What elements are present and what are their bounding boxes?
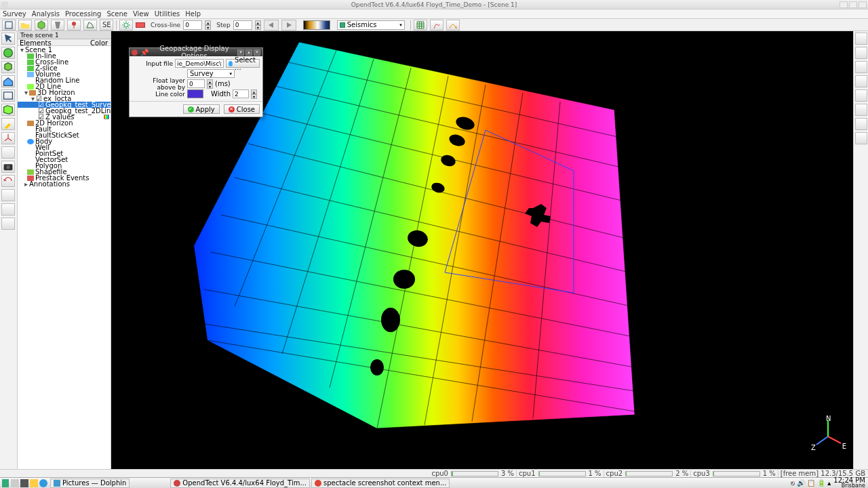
axis-icon[interactable] [1, 132, 15, 144]
maximize-button[interactable] [849, 1, 857, 8]
attribute-combo[interactable]: Seismics ▾ [337, 20, 405, 30]
coord-combo[interactable]: Survey▾ [187, 69, 235, 78]
rv-icon[interactable] [855, 33, 867, 45]
tree-item[interactable]: Random Line [18, 77, 111, 83]
snap-icon[interactable] [1, 146, 15, 159]
tray-icon[interactable] [20, 479, 28, 487]
dialog-min-icon[interactable]: ▾ [237, 49, 244, 56]
start-icon[interactable] [2, 479, 9, 487]
cube-icon[interactable] [35, 20, 48, 30]
camera-icon[interactable] [1, 161, 15, 173]
menu-survey[interactable]: Survey [3, 10, 26, 18]
width-input[interactable] [233, 89, 249, 98]
taskbar-item[interactable]: spectacle screenshot context men... [311, 479, 450, 488]
survey-icon[interactable] [2, 20, 16, 30]
next-button[interactable] [281, 20, 296, 30]
tree-item[interactable]: Cross-line [18, 59, 111, 65]
colorbar-icon[interactable] [303, 20, 330, 30]
os-taskbar[interactable]: Pictures — Dolphin OpendTect V6.4.4/lux6… [0, 477, 868, 488]
home-icon[interactable] [1, 75, 15, 87]
pick-icon[interactable] [67, 20, 81, 30]
tree-item[interactable]: Body [18, 138, 111, 144]
notes-icon[interactable] [1, 218, 15, 230]
box-icon[interactable] [1, 89, 15, 102]
gear-icon[interactable] [119, 20, 133, 30]
input-file-field[interactable] [175, 59, 224, 68]
segy-icon[interactable]: SEG-Y [100, 20, 113, 30]
menu-help[interactable]: Help [185, 10, 201, 18]
cpu1-bar [538, 471, 586, 476]
tree-item[interactable]: 2D Horizon [18, 120, 111, 126]
rv-icon[interactable] [855, 89, 867, 102]
box3d-icon[interactable] [1, 104, 15, 116]
crossline-input[interactable] [183, 20, 202, 30]
select-button[interactable]: Select ... [226, 59, 260, 68]
float-spinner[interactable]: ▴▾ [207, 79, 213, 89]
tray-icon[interactable] [11, 479, 19, 487]
grid-icon[interactable] [414, 20, 427, 30]
log-icon[interactable] [430, 20, 443, 30]
measure-icon[interactable] [1, 189, 15, 201]
pin-icon[interactable]: 📌 [140, 49, 149, 56]
color-swatch[interactable] [136, 22, 145, 28]
tray-icon[interactable] [39, 479, 47, 487]
prev-button[interactable] [264, 20, 279, 30]
cursor-icon[interactable] [1, 33, 15, 45]
rv-icon[interactable] [855, 47, 867, 59]
systray[interactable]: ⎋ 🔊 📋 🔋 ▴ [791, 479, 831, 487]
dialog-close-icon[interactable]: ✕ [254, 49, 260, 56]
width-spinner[interactable]: ▴▾ [251, 89, 257, 99]
view-icon[interactable] [1, 47, 15, 59]
tray-icon[interactable]: 🔋 [817, 479, 825, 487]
geopackage-dialog[interactable]: 📌 Geopackage Display Options ▾ ▴ ✕ Input… [129, 47, 263, 117]
tray-icon[interactable]: ⎋ [791, 479, 795, 487]
menu-view[interactable]: View [133, 10, 149, 18]
tree-item[interactable]: ▸Annotations [18, 181, 111, 187]
step-input[interactable] [233, 20, 252, 30]
tray-icon[interactable]: ▴ [827, 479, 831, 487]
titlebar-right-buttons[interactable] [840, 1, 867, 8]
slider-icon[interactable] [1, 203, 15, 216]
line-color-swatch[interactable] [187, 89, 203, 98]
rv-icon[interactable] [855, 75, 867, 87]
rv-icon[interactable] [855, 104, 867, 116]
minimize-button[interactable] [840, 1, 848, 8]
scene-tree[interactable]: ▾Scene 1 In-line Cross-line Z-slice Volu… [18, 46, 111, 476]
menu-utilities[interactable]: Utilities [155, 10, 180, 18]
tray-icon[interactable]: 🔊 [797, 479, 805, 487]
menu-scene[interactable]: Scene [106, 10, 127, 18]
taskbar-item[interactable]: OpendTect V6.4.4/lux64 Floyd_Tim... [170, 479, 310, 488]
tray-icon[interactable] [30, 479, 38, 487]
float-input[interactable] [187, 79, 205, 88]
clock[interactable]: 12:24 PM Brisbane [833, 478, 865, 489]
tree-tab[interactable]: Tree scene 1 [18, 31, 111, 39]
rv-icon[interactable] [855, 118, 867, 130]
tree-item[interactable]: Z-slice [18, 65, 111, 71]
poly-icon[interactable] [83, 20, 97, 30]
tree-item[interactable]: Well [18, 144, 111, 150]
brush-icon[interactable] [1, 118, 15, 130]
tree-scene[interactable]: ▾Scene 1 [18, 47, 111, 53]
tree-item[interactable]: VectorSet [18, 157, 111, 163]
taskbar-item[interactable]: Pictures — Dolphin [50, 479, 130, 488]
refresh-icon[interactable] [1, 175, 15, 187]
tray-icon[interactable]: 📋 [807, 479, 815, 487]
menubar[interactable]: Survey Analysis Processing Scene View Ut… [0, 9, 868, 19]
rv-icon[interactable] [855, 132, 867, 144]
well-icon[interactable] [51, 20, 64, 30]
crossline-spinner[interactable]: ▴▾ [205, 20, 211, 30]
menu-analysis[interactable]: Analysis [32, 10, 60, 18]
cube2-icon[interactable] [1, 61, 15, 73]
close-button[interactable]: ✕Close [224, 104, 260, 114]
tree-item[interactable]: FaultStickSet [18, 132, 111, 138]
menu-processing[interactable]: Processing [65, 10, 101, 18]
rv-icon[interactable] [855, 61, 867, 73]
arrow-icon[interactable] [446, 20, 460, 30]
close-button[interactable] [859, 1, 867, 8]
apply-button[interactable]: ✓Apply [183, 104, 220, 114]
dialog-titlebar[interactable]: 📌 Geopackage Display Options ▾ ▴ ✕ [130, 48, 262, 56]
dialog-max-icon[interactable]: ▴ [245, 49, 252, 56]
open-icon[interactable] [18, 20, 32, 30]
compass-gizmo[interactable]: N E Z [811, 416, 845, 451]
step-spinner[interactable]: ▴▾ [255, 20, 261, 30]
